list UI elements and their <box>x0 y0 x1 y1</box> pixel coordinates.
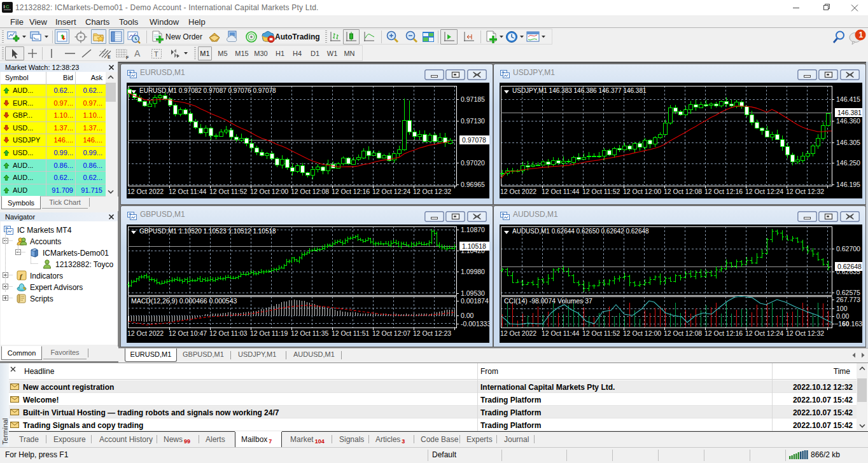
svg-text:0.97130: 0.97130 <box>461 117 485 125</box>
svg-text:AUDUSD,M1 0.62644 0.62650 0.6: AUDUSD,M1 0.62644 0.62650 0.62642 0.6264… <box>512 228 649 235</box>
svg-text:T: T <box>154 50 158 58</box>
svg-text:1.10870: 1.10870 <box>461 226 485 233</box>
svg-text:12 Oct 12:16: 12 Oct 12:16 <box>704 188 743 195</box>
svg-text:EURUSD,M1 0.97082 0.97087 0.9: EURUSD,M1 0.97082 0.97087 0.97076 0.9707… <box>139 87 276 94</box>
svg-text:0.62648: 0.62648 <box>837 263 862 270</box>
svg-text:12 Oct 11:44: 12 Oct 11:44 <box>169 188 207 195</box>
svg-text:12 Oct 2022: 12 Oct 2022 <box>127 188 164 195</box>
svg-text:0.97185: 0.97185 <box>461 95 485 103</box>
svg-text:12 Oct 11:44: 12 Oct 11:44 <box>542 329 580 337</box>
svg-text:0.96965: 0.96965 <box>461 181 485 188</box>
svg-text:1.10518: 1.10518 <box>462 242 486 250</box>
svg-text:12 Oct 11:19: 12 Oct 11:19 <box>250 329 288 337</box>
svg-text:E: E <box>108 55 111 59</box>
svg-text:12 Oct 12:00: 12 Oct 12:00 <box>250 188 288 195</box>
svg-text:12 Oct 12:24: 12 Oct 12:24 <box>745 188 783 195</box>
svg-text:12 Oct 12:08: 12 Oct 12:08 <box>291 188 329 195</box>
svg-text:-0.001333: -0.001333 <box>461 320 489 328</box>
svg-text:12 Oct 11:51: 12 Oct 11:51 <box>332 329 370 337</box>
svg-text:GBPUSD,M1 1.10520 1.10523 1.1: GBPUSD,M1 1.10520 1.10523 1.10512 1.1051… <box>139 228 276 235</box>
svg-text:12 Oct 12:08: 12 Oct 12:08 <box>664 329 702 337</box>
svg-text:12 Oct 12:16: 12 Oct 12:16 <box>704 329 743 337</box>
svg-text:12 Oct 12:32: 12 Oct 12:32 <box>413 188 451 195</box>
svg-text:C: C <box>6 4 10 10</box>
svg-text:12 Oct 12:00: 12 Oct 12:00 <box>623 329 661 337</box>
svg-text:12 Oct 12:24: 12 Oct 12:24 <box>372 188 410 195</box>
svg-text:12 Oct 12:07: 12 Oct 12:07 <box>372 329 410 337</box>
svg-text:0.00: 0.00 <box>461 312 474 319</box>
svg-text:0.97020: 0.97020 <box>461 159 485 167</box>
svg-text:146.415: 146.415 <box>836 95 860 103</box>
svg-text:12 Oct 12:00: 12 Oct 12:00 <box>623 188 661 195</box>
svg-text:0.001874: 0.001874 <box>461 297 489 305</box>
svg-text:12 Oct 10:47: 12 Oct 10:47 <box>169 329 207 337</box>
svg-text:12 Oct 12:08: 12 Oct 12:08 <box>664 188 702 195</box>
svg-text:CCI(14) -98.0074 Volumes 37: CCI(14) -98.0074 Volumes 37 <box>504 297 592 305</box>
svg-text:1.09980: 1.09980 <box>461 268 485 275</box>
svg-text:12 Oct 12:32: 12 Oct 12:32 <box>786 188 824 195</box>
svg-text:12 Oct 12:32: 12 Oct 12:32 <box>786 329 824 337</box>
svg-text:MACD(12,26,9) 0.000466 0.00054: MACD(12,26,9) 0.000466 0.000543 <box>131 297 237 305</box>
svg-text:267.773: 267.773 <box>836 296 860 303</box>
svg-text:12 Oct 2022: 12 Oct 2022 <box>500 188 536 195</box>
svg-text:12 Oct 11:52: 12 Oct 11:52 <box>582 188 620 195</box>
svg-text:12 Oct 11:52: 12 Oct 11:52 <box>582 329 620 337</box>
svg-text:146.195: 146.195 <box>836 181 860 188</box>
svg-text:12 Oct 11:35: 12 Oct 11:35 <box>291 329 329 337</box>
svg-text:USDJPY,M1 146.383 146.386 146: USDJPY,M1 146.383 146.386 146.377 146.38… <box>512 87 647 94</box>
svg-text:F: F <box>126 55 129 60</box>
svg-text:12 Oct 12:16: 12 Oct 12:16 <box>332 188 370 195</box>
svg-text:I: I <box>4 4 5 10</box>
svg-text:146.250: 146.250 <box>836 159 860 167</box>
svg-text:100: 100 <box>836 305 848 312</box>
svg-text:0.97078: 0.97078 <box>462 136 486 144</box>
svg-text:12 Oct 12:23: 12 Oct 12:23 <box>413 329 451 337</box>
svg-text:−160.1638: −160.1638 <box>834 320 862 328</box>
svg-text:12 Oct 2022: 12 Oct 2022 <box>127 329 164 337</box>
svg-text:12 Oct 11:52: 12 Oct 11:52 <box>209 188 248 195</box>
svg-text:0.62700: 0.62700 <box>836 245 860 252</box>
svg-text:1: 1 <box>859 31 864 39</box>
svg-text:146.305: 146.305 <box>836 139 860 146</box>
svg-text:146.360: 146.360 <box>836 117 860 125</box>
svg-text:12 Oct 11:03: 12 Oct 11:03 <box>209 329 248 337</box>
svg-text:12 Oct 11:44: 12 Oct 11:44 <box>542 188 580 195</box>
svg-text:12 Oct 2022: 12 Oct 2022 <box>500 329 536 337</box>
svg-text:1.09530: 1.09530 <box>461 289 485 297</box>
svg-text:0.00: 0.00 <box>836 312 850 320</box>
svg-text:146.381: 146.381 <box>837 109 862 116</box>
svg-text:12 Oct 12:24: 12 Oct 12:24 <box>745 329 783 337</box>
